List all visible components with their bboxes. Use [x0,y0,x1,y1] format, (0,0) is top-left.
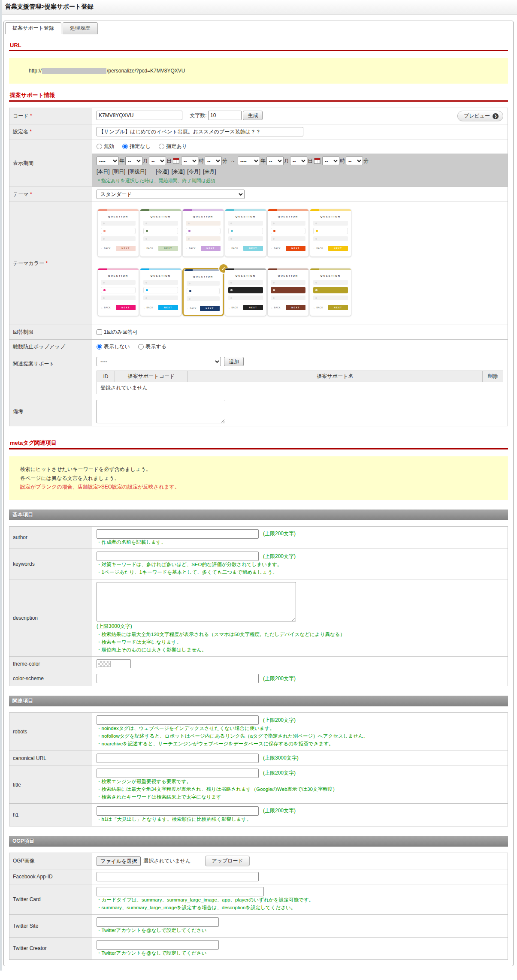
theme-select[interactable]: スタンダード [97,190,245,199]
option-radio-ring [316,230,318,232]
option-dot [103,297,105,299]
page-title: 営業支援管理>提案サポート登録 [2,0,517,15]
meta-input-Twitter Card[interactable] [97,887,264,896]
period-radio-group: 無効 指定なし 指定あり [97,142,503,153]
meta-input-color-scheme[interactable] [97,674,259,683]
theme-label: テーマ * [9,187,92,202]
meta-textarea-description[interactable] [97,582,296,621]
card-option [186,221,221,226]
meta-input-author[interactable] [97,529,259,539]
quick-date-link[interactable]: [今週] [156,169,169,175]
end-day-select[interactable]: -- [290,157,307,165]
start-hour-select[interactable]: -- [181,157,198,165]
card-option-selected [313,228,348,234]
exit-popup-label: 離脱防止ポップアップ [9,340,92,354]
theme-color-card-coral[interactable]: QUESTION← BACKNEXT [97,209,139,257]
meta-groups: 基本項目author(上限200文字)・作成者の名前を記載します。keyword… [9,510,508,960]
transparency-checker-swatch [98,661,111,667]
option-radio-ring [188,230,190,232]
code-input[interactable] [97,111,182,120]
theme-color-card-brown[interactable]: QUESTION← BACKNEXT [267,268,309,316]
end-hour-select[interactable]: -- [322,157,339,165]
meta-row-description: description(上限3000文字)・検索結果には最大全角120文字程度が… [9,579,508,657]
theme-color-card-olive[interactable]: QUESTION← BACKNEXT [310,268,351,316]
meta-row-twitter-site: Twitter Site・Twitterアカウントを@なしで設定してください [9,914,508,937]
calendar-icon[interactable] [314,158,320,164]
card-next-button: NEXT [328,305,348,310]
option-dot [189,298,190,300]
preview-button[interactable]: プレビュー❯ [457,111,503,121]
quick-date-link[interactable]: [今月] [187,169,200,175]
option-dot [145,282,147,283]
card-back-link: ← BACK [143,306,153,309]
theme-row: テーマ * スタンダード [9,187,508,202]
meta-input-title[interactable] [97,769,259,778]
choose-file-button[interactable]: ファイルを選択 [97,856,141,866]
end-year-select[interactable]: ---- [238,157,260,165]
related-col-header: 削除 [483,371,503,382]
card-option [271,236,305,241]
theme-color-card-navy[interactable]: QUESTION← BACKNEXT✓ [182,268,224,316]
card-option [143,221,178,226]
theme-color-card-black[interactable]: QUESTION← BACKNEXT [225,268,266,316]
char-limit-note: (上限200文字) [263,717,296,723]
field-hint: ・h1は「大見出し」となります。検索順位に比較的強く影響します。 [97,816,503,823]
theme-color-card-pink[interactable]: QUESTION← BACKNEXT [97,268,139,316]
start-month-select[interactable]: -- [125,157,142,165]
quick-date-link[interactable]: [来週] [172,169,185,175]
exit-popup-radio-hide[interactable]: 表示しない [97,344,130,350]
end-month-select[interactable]: -- [266,157,284,165]
quick-date-link[interactable]: [明日] [112,169,126,175]
meta-input-Twitter Site[interactable] [97,917,219,927]
meta-input-robots[interactable] [97,715,259,725]
answer-limit-checkbox[interactable]: 1回のみ回答可 [97,329,138,335]
charcount-input[interactable] [208,111,242,120]
theme-color-card-green[interactable]: QUESTION← BACKNEXT [140,209,181,257]
option-dot [315,297,317,299]
option-radio-ring [146,230,148,232]
theme-color-card-orange[interactable]: QUESTION← BACKNEXT [267,209,309,257]
meta-input-h1[interactable] [97,806,259,816]
theme-color-swatch-input[interactable] [97,659,131,668]
related-select[interactable]: ---- [97,357,221,366]
period-radio-specified[interactable]: 指定あり [159,143,187,149]
meta-input-Twitter Creator[interactable] [97,940,219,950]
card-back-link: ← BACK [228,247,238,250]
exit-popup-row: 離脱防止ポップアップ 表示しない 表示する [9,340,508,354]
tab-process-history[interactable]: 処理履歴 [63,22,98,34]
add-related-button[interactable]: 追加 [224,357,244,366]
remarks-textarea[interactable] [97,400,225,423]
start-year-select[interactable]: ---- [97,157,119,165]
upload-button[interactable]: アップロード [205,856,249,866]
meta-input-canonical URL[interactable] [97,754,259,763]
card-back-link: ← BACK [271,247,281,250]
answer-limit-row: 回答制限 1回のみ回答可 [9,325,508,340]
charcount-label: 文字数: [190,112,206,118]
generate-button[interactable]: 生成 [243,111,263,120]
meta-row-title: title(上限200文字)・検索エンジンが最重要視する要素です。・検索結果には… [9,766,508,803]
related-label: 関連提案サポート [9,354,92,397]
theme-color-card-cyan[interactable]: QUESTION← BACKNEXT [225,209,266,257]
meta-input-keywords[interactable] [97,552,259,561]
meta-input-Facebook App-ID[interactable] [97,872,259,881]
calendar-icon[interactable] [173,158,179,164]
start-minute-select[interactable]: -- [205,157,222,165]
period-radio-disabled[interactable]: 無効 [97,143,114,149]
card-option-selected [143,228,178,234]
exit-popup-radio-show[interactable]: 表示する [138,344,166,350]
theme-color-card-yellow[interactable]: QUESTION← BACKNEXT [310,209,351,257]
tab-proposal-support-register[interactable]: 提案サポート登録 [5,22,61,34]
option-dot [103,238,105,240]
theme-color-card-blue[interactable]: QUESTION← BACKNEXT [140,268,181,316]
option-dot [188,238,190,240]
setting-name-input[interactable] [97,127,303,136]
quick-date-link[interactable]: [明後日] [128,169,146,175]
period-radio-none[interactable]: 指定なし [122,143,151,149]
end-minute-select[interactable]: -- [346,157,363,165]
quick-date-link[interactable]: [本日] [97,169,110,175]
card-option [228,221,263,226]
card-option [271,296,305,300]
start-day-select[interactable]: -- [149,157,166,165]
quick-date-link[interactable]: [来月] [203,169,216,175]
theme-color-card-purple[interactable]: QUESTION← BACKNEXT [182,209,224,257]
